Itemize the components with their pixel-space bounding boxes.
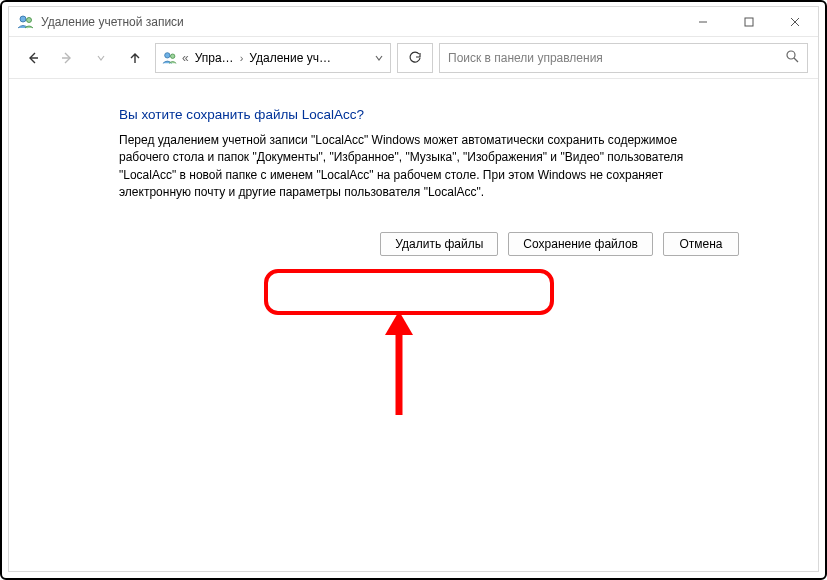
search-placeholder: Поиск в панели управления — [448, 51, 779, 65]
delete-files-button[interactable]: Удалить файлы — [380, 232, 498, 256]
svg-point-8 — [165, 52, 170, 57]
window-title: Удаление учетной записи — [41, 15, 184, 29]
svg-point-0 — [20, 16, 26, 22]
button-row: Удалить файлы Сохранение файлов Отмена — [119, 232, 739, 256]
svg-rect-3 — [745, 18, 753, 26]
maximize-button[interactable] — [726, 7, 772, 36]
page-body-text: Перед удалением учетной записи "LocalAcc… — [119, 132, 729, 202]
keep-files-button[interactable]: Сохранение файлов — [508, 232, 653, 256]
search-input[interactable]: Поиск в панели управления — [439, 43, 808, 73]
users-icon — [162, 50, 178, 66]
svg-point-1 — [27, 17, 32, 22]
search-icon — [785, 49, 799, 66]
window: Удаление учетной записи — [8, 6, 819, 572]
minimize-button[interactable] — [680, 7, 726, 36]
address-bar[interactable]: « Упра… › Удаление уч… — [155, 43, 391, 73]
breadcrumb-seg1[interactable]: Упра… — [195, 51, 234, 65]
address-dropdown[interactable] — [374, 53, 384, 63]
content-area: Вы хотите сохранить файлы LocalAcc? Пере… — [9, 79, 818, 571]
annotation-highlight — [264, 269, 554, 315]
breadcrumb-overflow[interactable]: « — [182, 51, 191, 65]
up-button[interactable] — [121, 44, 149, 72]
users-icon — [17, 13, 35, 31]
recent-locations-button[interactable] — [87, 44, 115, 72]
close-button[interactable] — [772, 7, 818, 36]
window-controls — [680, 7, 818, 36]
annotation-arrow — [379, 311, 419, 421]
back-button[interactable] — [19, 44, 47, 72]
toolbar: « Упра… › Удаление уч… Поиск в панели уп… — [9, 37, 818, 79]
svg-point-9 — [170, 54, 174, 58]
chevron-right-icon[interactable]: › — [238, 52, 246, 64]
page-heading: Вы хотите сохранить файлы LocalAcc? — [119, 107, 748, 122]
breadcrumb-seg2[interactable]: Удаление уч… — [249, 51, 331, 65]
svg-point-10 — [787, 51, 795, 59]
titlebar: Удаление учетной записи — [9, 7, 818, 37]
svg-line-11 — [794, 58, 798, 62]
forward-button[interactable] — [53, 44, 81, 72]
cancel-button[interactable]: Отмена — [663, 232, 739, 256]
svg-marker-13 — [385, 311, 413, 335]
refresh-button[interactable] — [397, 43, 433, 73]
